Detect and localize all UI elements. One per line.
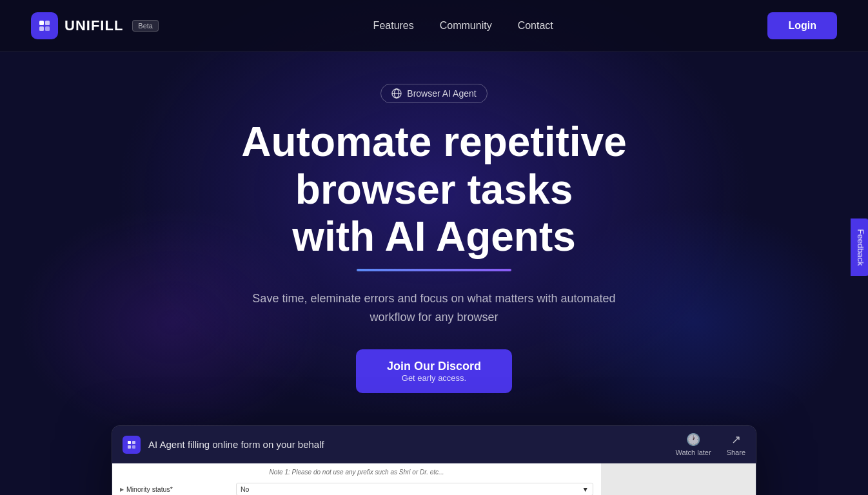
- browser-agent-badge: Browser AI Agent: [380, 84, 487, 103]
- svg-rect-10: [132, 445, 135, 449]
- hero-title: Automate repetitive browser tasks with A…: [170, 119, 698, 261]
- discord-btn-main-text: Join Our Discord: [387, 360, 481, 373]
- svg-rect-1: [45, 21, 50, 25]
- discord-btn-sub-text: Get early access.: [387, 373, 481, 383]
- brand-name: UNIFILL: [64, 17, 123, 34]
- badge-text: Browser AI Agent: [407, 88, 476, 99]
- nav-links: Features Community Contact: [373, 20, 553, 32]
- watch-later-action[interactable]: 🕐 Watch later: [675, 432, 711, 456]
- globe-icon: [391, 88, 402, 99]
- clock-icon: 🕐: [686, 432, 700, 447]
- svg-rect-8: [132, 441, 135, 444]
- svg-rect-9: [128, 445, 131, 449]
- title-underline: [357, 269, 511, 271]
- svg-rect-0: [39, 21, 44, 25]
- feedback-label: Feedback: [856, 229, 865, 266]
- share-icon: ↗: [731, 432, 741, 447]
- form-note: Note 1: Please do not use any prefix suc…: [120, 469, 593, 476]
- share-label: Share: [727, 449, 745, 456]
- form-label-minority: Minority status*: [120, 485, 236, 493]
- login-button[interactable]: Login: [767, 12, 837, 39]
- hero-subtitle: Save time, eleminate errors and focus on…: [247, 289, 621, 327]
- svg-rect-3: [45, 26, 50, 31]
- logo-group: UNIFILL Beta: [31, 12, 159, 39]
- form-select-minority[interactable]: No▼: [236, 483, 593, 495]
- watch-later-label: Watch later: [675, 449, 711, 456]
- video-form-section: Note 1: Please do not use any prefix suc…: [112, 463, 601, 495]
- video-container: AI Agent filling online form on your beh…: [112, 425, 756, 495]
- video-sidebar: ⠿ ✕: [601, 463, 756, 495]
- navbar: UNIFILL Beta Features Community Contact …: [0, 0, 868, 52]
- share-action[interactable]: ↗ Share: [727, 432, 745, 456]
- video-top-bar: AI Agent filling online form on your beh…: [112, 426, 756, 463]
- beta-badge: Beta: [132, 20, 159, 32]
- discord-button[interactable]: Join Our Discord Get early access.: [356, 349, 512, 393]
- video-body: Note 1: Please do not use any prefix suc…: [112, 463, 756, 495]
- svg-rect-7: [128, 441, 131, 444]
- video-uf-icon: [123, 436, 141, 454]
- video-actions: 🕐 Watch later ↗ Share: [675, 432, 745, 456]
- video-title: AI Agent filling online form on your beh…: [148, 439, 324, 450]
- svg-rect-2: [39, 26, 44, 31]
- logo-icon: [31, 12, 58, 39]
- hero-section: Browser AI Agent Automate repetitive bro…: [0, 52, 868, 495]
- nav-features[interactable]: Features: [373, 20, 414, 32]
- nav-community[interactable]: Community: [440, 20, 492, 32]
- feedback-tab[interactable]: Feedback: [851, 218, 868, 276]
- form-row: Minority status* No▼: [120, 480, 593, 495]
- nav-contact[interactable]: Contact: [518, 20, 553, 32]
- navbar-actions: Login: [767, 12, 837, 39]
